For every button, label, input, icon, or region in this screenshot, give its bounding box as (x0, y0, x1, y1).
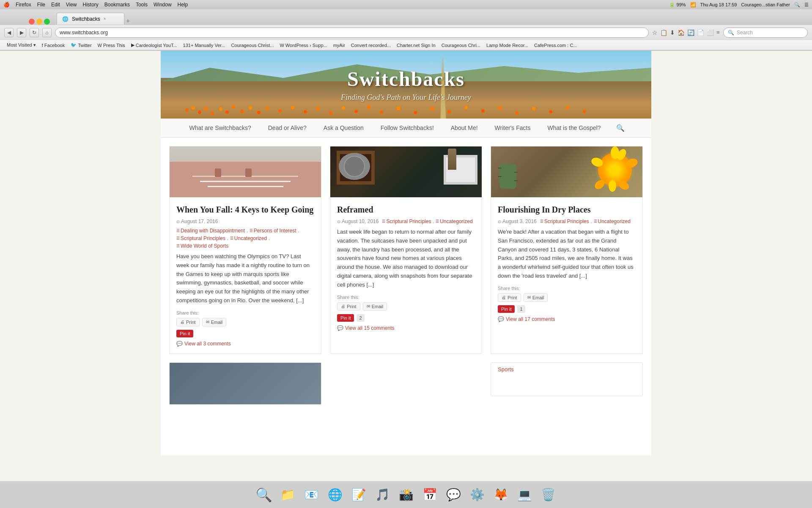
bookmark-courageous2[interactable]: Courageous Chri... (439, 42, 483, 49)
print-button-3[interactable]: 🖨 Print (498, 293, 521, 302)
dock-calendar[interactable]: 📅 (419, 484, 441, 506)
post-date-3: August 3, 2016 (498, 218, 537, 224)
bookmark-myair[interactable]: myAir (331, 42, 348, 49)
dock-preferences[interactable]: ⚙️ (466, 484, 488, 506)
home-icon[interactable]: 🏠 (678, 29, 685, 36)
pinterest-button-2[interactable]: Pin it (337, 314, 354, 322)
bookmark-facebook[interactable]: f Facebook (39, 42, 67, 49)
post-cat-uncategorized-3[interactable]: Uncategorized (594, 218, 631, 224)
tab-favicon: 🌐 (62, 16, 69, 22)
bookmark-press-this[interactable]: W Press This (95, 42, 128, 49)
forward-button[interactable]: ▶ (17, 28, 26, 37)
minimize-window-button[interactable] (36, 19, 42, 25)
post-cat-scriptural-3[interactable]: Scriptural Principles (540, 218, 589, 224)
dock-safari[interactable]: 🌐 (324, 484, 346, 506)
nav-what-are-switchbacks[interactable]: What are Switchbacks? (181, 119, 259, 137)
nav-follow[interactable]: Follow Switchbacks! (372, 119, 442, 137)
home-button[interactable]: ⌂ (42, 28, 52, 37)
url-bar[interactable]: www.switchbacks.org (55, 28, 649, 38)
email-button-2[interactable]: ✉ Email (363, 302, 387, 311)
post-cat-persons[interactable]: Persons of Interest (250, 228, 296, 234)
bookmark-label: WordPress › Supp... (285, 43, 327, 48)
dock-firefox[interactable]: 🦊 (490, 484, 512, 506)
email-button-1[interactable]: ✉ Email (202, 318, 227, 326)
menu-history[interactable]: History (83, 2, 99, 8)
new-tab-button[interactable]: + (126, 18, 130, 25)
menu-view[interactable]: View (66, 2, 77, 8)
bookmark-lamp-mode[interactable]: Lamp Mode Recor... (484, 42, 531, 49)
post-cat-sports[interactable]: Wide World of Sports (176, 243, 228, 249)
dock-finder[interactable]: 🔍 (253, 484, 275, 506)
bookmark-wordpress-supp[interactable]: W WordPress › Supp... (277, 42, 329, 49)
post-cat-uncategorized-2[interactable]: Uncategorized (436, 218, 472, 224)
post-cat-scriptural[interactable]: Scriptural Principles (176, 235, 225, 241)
menu-window[interactable]: Window (154, 2, 172, 8)
maximize-window-button[interactable] (44, 19, 50, 25)
bookmark-convert[interactable]: Convert recorded... (348, 42, 393, 49)
view-comments-2[interactable]: View all 15 comments (337, 325, 475, 331)
dock-photos[interactable]: 📸 (395, 484, 417, 506)
bookmark-twitter[interactable]: 🐦 Twitter (68, 41, 94, 49)
sync-icon[interactable]: 🔄 (687, 29, 694, 36)
nav-ask-question[interactable]: Ask a Question (315, 119, 372, 137)
print-label-3: Print (508, 295, 517, 300)
nav-gospel[interactable]: What is the Gospel? (539, 119, 609, 137)
pinterest-button-3[interactable]: Pin it (498, 305, 515, 313)
post-cat-disappointment[interactable]: Dealing with Disappointment (176, 228, 245, 234)
tab-close-button[interactable]: × (104, 17, 106, 21)
bookmark-star-icon[interactable]: ☆ (652, 29, 658, 36)
menu-extras-icon[interactable]: ☰ (804, 2, 809, 8)
post-title-3[interactable]: Flourishing In Dry Places (498, 204, 636, 215)
calendar-icon: 📅 (422, 488, 437, 502)
post-card-5-placeholder (330, 362, 482, 388)
browser-search-bar[interactable]: 🔍 Search (723, 28, 808, 38)
files-icon: 📁 (280, 488, 295, 502)
reload-button[interactable]: ↻ (30, 28, 39, 37)
bookmark-manually-ver[interactable]: 131+ Manually Ver... (181, 42, 228, 49)
menu-file[interactable]: File (37, 2, 45, 8)
nav-search-icon[interactable]: 🔍 (609, 120, 631, 136)
bookmark-cardeologist[interactable]: ▶ Cardeologist YouT... (129, 41, 180, 49)
close-window-button[interactable] (29, 19, 35, 25)
print-button-1[interactable]: 🖨 Print (176, 318, 200, 326)
post-title-2[interactable]: Reframed (337, 204, 475, 215)
reader-view-icon[interactable]: 📄 (697, 29, 704, 36)
dock-notes[interactable]: 📝 (348, 484, 370, 506)
nav-dead-or-alive[interactable]: Dead or Alive? (260, 119, 315, 137)
post-cat-uncategorized[interactable]: Uncategorized (230, 235, 267, 241)
print-button-2[interactable]: 🖨 Print (337, 302, 360, 311)
dock-messages[interactable]: 💬 (442, 484, 464, 506)
bookmark-most-visited[interactable]: Most Visited ▾ (4, 41, 38, 49)
dock-terminal[interactable]: 💻 (513, 484, 535, 506)
dock-trash[interactable]: 🗑️ (537, 484, 559, 506)
apple-menu[interactable]: 🍎 (3, 2, 10, 8)
back-button[interactable]: ◀ (4, 28, 14, 37)
overflow-menu-icon[interactable]: ≡ (716, 29, 720, 36)
view-comments-3[interactable]: View all 17 comments (498, 316, 636, 322)
email-button-3[interactable]: ✉ Email (524, 293, 548, 302)
fullscreen-icon[interactable]: ⬜ (707, 29, 714, 36)
sports-category-label[interactable]: Sports (491, 363, 642, 376)
menu-help[interactable]: Help (178, 2, 188, 8)
dock-files[interactable]: 📁 (277, 484, 299, 506)
bookmark-list-icon[interactable]: 📋 (660, 29, 667, 36)
active-tab[interactable]: 🌐 Switchbacks × (57, 13, 124, 25)
menu-tools[interactable]: Tools (136, 2, 148, 8)
menu-bookmarks[interactable]: Bookmarks (104, 2, 130, 8)
dock-mail[interactable]: 📧 (300, 484, 322, 506)
menu-firefox[interactable]: Firefox (16, 2, 31, 8)
bookmark-courageous1[interactable]: Courageous Christ... (229, 42, 277, 49)
nav-writers-facts[interactable]: Writer's Facts (486, 119, 539, 137)
nav-about-me[interactable]: About Me! (442, 119, 486, 137)
search-icon[interactable]: 🔍 (794, 2, 800, 8)
menu-edit[interactable]: Edit (51, 2, 60, 8)
bookmark-cafepress[interactable]: CafePress.com : C... (532, 42, 579, 49)
dock-music[interactable]: 🎵 (371, 484, 393, 506)
pinterest-button-1[interactable]: Pin it (176, 330, 193, 337)
download-icon[interactable]: ⬇ (670, 29, 675, 36)
post-title-1[interactable]: When You Fall: 4 Keys to Keep Going (176, 204, 314, 215)
print-label: Print (186, 320, 196, 325)
bookmark-charter[interactable]: Charter.net Sign In (394, 42, 438, 49)
view-comments-1[interactable]: View all 3 comments (176, 341, 314, 347)
post-cat-scriptural-2[interactable]: Scriptural Principles (382, 218, 431, 224)
